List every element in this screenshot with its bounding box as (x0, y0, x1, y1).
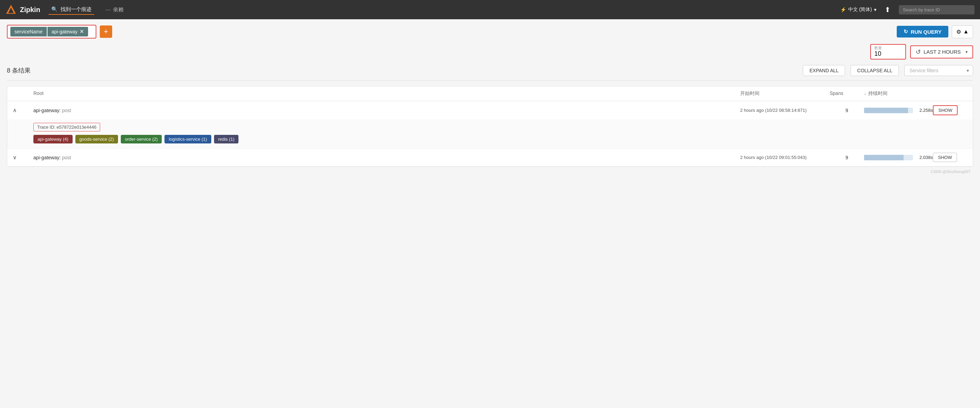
trace-row-main-1: ∧ api-gateway: post 2 hours ago (10/22 0… (7, 101, 973, 119)
row-2-time-ago: 2 hours ago (740, 155, 764, 160)
watermark: CSDN @ShuSheng007 (7, 170, 973, 174)
settings-button[interactable]: ⚙ ▲ (952, 25, 973, 38)
results-divider (7, 80, 973, 81)
navbar: Zipkin 🔍 找到一个痕迹 ⋯ 依赖 ⚡ 中文 (简体) ▾ ⬆ (0, 0, 980, 19)
results-header: 8 条结果 EXPAND ALL COLLAPSE ALL Service fi… (7, 65, 973, 76)
time-dropdown-arrow: ▾ (966, 49, 967, 54)
filter-close-icon[interactable]: ✕ (80, 29, 84, 34)
row-1-duration: 2.258s (864, 108, 933, 113)
filter-value-text: api-gateway (52, 29, 78, 34)
service-filter-wrap: Service filters ▾ (904, 65, 973, 76)
col-action-header (933, 90, 967, 97)
language-selector[interactable]: ⚡ 中文 (简体) ▾ (840, 6, 877, 13)
row-1-service: api-gateway: post (33, 108, 740, 113)
results-count: 8 条结果 (7, 67, 797, 75)
search-nav-icon: 🔍 (51, 6, 58, 13)
row-2-method: post (62, 155, 71, 160)
lang-label: 中文 (简体) (848, 6, 872, 13)
gear-icon: ⚙ (956, 29, 961, 35)
row-1-duration-bar-wrap (864, 108, 913, 113)
filter-name-label: serviceName (10, 27, 47, 37)
trace-id-search-input[interactable] (899, 5, 975, 14)
row-1-service-name: api-gateway: (33, 108, 60, 113)
run-query-button[interactable]: ↻ RUN QUERY (897, 26, 948, 38)
table-row: ∧ api-gateway: post 2 hours ago (10/22 0… (7, 101, 973, 149)
add-filter-button[interactable]: + (100, 25, 112, 38)
find-trace-label: 找到一个痕迹 (60, 6, 92, 13)
row-1-service-tags: api-gateway (4) goods-service (2) order-… (33, 135, 967, 143)
service-filter-select[interactable]: Service filters (904, 65, 973, 76)
row-2-service: api-gateway: post (33, 155, 740, 160)
trace-table: Root 开始时间 Spans ↓ 持续时间 ∧ api-gateway: po… (7, 86, 973, 167)
col-start-header: 开始时间 (740, 90, 830, 97)
translate-icon: ⚡ (840, 7, 846, 13)
row-1-time: 2 hours ago (10/22 08:58:14:871) (740, 108, 830, 113)
tag-goods-service: goods-service (2) (75, 135, 118, 143)
row-2-timestamp: (10/22 09:01:55:043) (765, 155, 807, 160)
tag-order-service: order-service (2) (121, 135, 162, 143)
col-root-header: Root (33, 90, 740, 97)
query-bar: serviceName api-gateway ✕ + ↻ RUN QUERY … (7, 25, 973, 38)
lang-dropdown-arrow: ▾ (874, 7, 877, 13)
row-2-time: 2 hours ago (10/22 09:01:55:043) (740, 155, 830, 160)
time-filter-button[interactable]: ↺ LAST 2 HOURS ▾ (910, 45, 973, 59)
row-2-show-col: SHOW (933, 153, 967, 162)
app-name: Zipkin (20, 6, 40, 14)
sort-down-icon: ↓ (864, 91, 866, 96)
deps-nav-icon: ⋯ (105, 6, 110, 13)
row-2-duration: 2.038s (864, 155, 933, 160)
row-2-expand-chevron[interactable]: ∨ (13, 154, 33, 161)
logo-area: Zipkin (5, 4, 40, 15)
upload-btn[interactable]: ⬆ (885, 5, 891, 14)
row-2-spans: 9 (830, 155, 864, 160)
clock-icon: ↺ (916, 48, 921, 56)
row-2-show-button[interactable]: SHOW (933, 153, 957, 162)
row-1-show-button[interactable]: SHOW (933, 105, 958, 115)
settings-expand-icon: ▲ (963, 29, 969, 35)
row-1-method: post (62, 108, 71, 113)
refresh-icon: ↻ (904, 29, 908, 35)
trace-row-main-2: ∨ api-gateway: post 2 hours ago (10/22 0… (7, 149, 973, 166)
row-1-duration-text: 2.258s (916, 108, 933, 113)
find-trace-nav[interactable]: 🔍 找到一个痕迹 (49, 5, 94, 15)
deps-label: 依赖 (113, 6, 124, 13)
row-1-expand-chevron[interactable]: ∧ (13, 107, 33, 114)
row-2-duration-bar-wrap (864, 155, 913, 160)
run-query-label: RUN QUERY (911, 29, 942, 35)
col-duration-header: ↓ 持续时间 (864, 90, 933, 97)
col-spans-header: Spans (830, 90, 864, 97)
col-toggle (13, 90, 33, 97)
row-2-duration-text: 2.038s (916, 155, 933, 160)
row-1-spans: 9 (830, 108, 864, 113)
table-header: Root 开始时间 Spans ↓ 持续时间 (7, 86, 973, 101)
row-1-show-col: SHOW (933, 105, 967, 115)
main-content: serviceName api-gateway ✕ + ↻ RUN QUERY … (0, 19, 980, 179)
time-filter-label: LAST 2 HOURS (924, 49, 961, 55)
filters-row: 数量 ↺ LAST 2 HOURS ▾ (7, 44, 973, 60)
collapse-all-button[interactable]: COLLAPSE ALL (851, 65, 899, 76)
table-row: ∨ api-gateway: post 2 hours ago (10/22 0… (7, 149, 973, 167)
row-1-duration-bar (864, 108, 908, 113)
row-2-service-name: api-gateway: (33, 155, 60, 160)
expand-all-button[interactable]: EXPAND ALL (803, 65, 845, 76)
count-input-wrap: 数量 (870, 44, 906, 60)
row-1-time-ago: 2 hours ago (740, 108, 764, 113)
row-1-timestamp: (10/22 08:58:14:871) (765, 108, 807, 113)
row-1-detail: Trace ID: e578722e013e4446 api-gateway (… (7, 119, 973, 148)
filter-box: serviceName api-gateway ✕ (7, 25, 96, 38)
tag-logistics-service: logistics-service (1) (164, 135, 211, 143)
tag-redis: redis (1) (214, 135, 239, 143)
deps-nav[interactable]: ⋯ 依赖 (103, 5, 126, 14)
filter-value-tag: api-gateway ✕ (48, 27, 88, 37)
row-2-duration-bar (864, 155, 904, 160)
tag-api-gateway: api-gateway (4) (33, 135, 73, 143)
zipkin-logo-icon (5, 4, 16, 15)
row-1-trace-id: Trace ID: e578722e013e4446 (33, 123, 100, 132)
count-label: 数量 (874, 45, 882, 51)
